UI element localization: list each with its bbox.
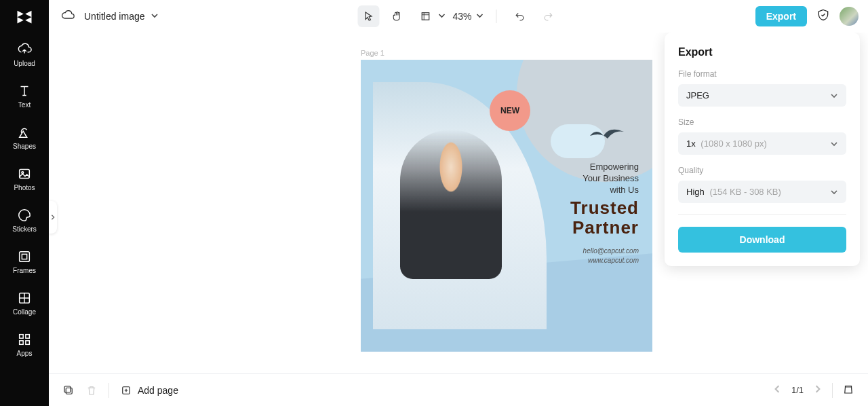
- shield-icon[interactable]: [816, 8, 830, 24]
- redo-button: [538, 5, 559, 27]
- resize-dropdown[interactable]: [414, 5, 446, 27]
- tagline-line: Empowering: [583, 162, 639, 173]
- sidebar-item-photos[interactable]: Photos: [0, 157, 49, 198]
- separator: [108, 383, 109, 398]
- chevron-down-icon: [830, 140, 838, 148]
- add-page-label: Add page: [138, 385, 178, 396]
- zoom-dropdown[interactable]: 43%: [452, 10, 484, 22]
- sidebar-label: Stickers: [12, 225, 37, 233]
- design-tagline: Empowering Your Business with Us: [583, 162, 639, 196]
- sidebar-label: Frames: [13, 267, 36, 274]
- separator: [496, 10, 497, 23]
- svg-rect-3: [22, 254, 26, 259]
- user-avatar[interactable]: [840, 7, 859, 26]
- resize-icon: [414, 5, 436, 27]
- contact-email: hello@capcut.com: [583, 246, 639, 256]
- cloud-sync-icon[interactable]: [61, 8, 75, 24]
- sidebar-item-frames[interactable]: Frames: [0, 240, 49, 281]
- quality-select[interactable]: High (154 KB - 308 KB): [678, 181, 846, 203]
- new-badge: NEW: [490, 90, 530, 131]
- sidebar-item-apps[interactable]: Apps: [0, 322, 49, 364]
- sidebar-label: Apps: [17, 350, 33, 357]
- size-value: 1x (1080 x 1080 px): [686, 139, 767, 149]
- svg-rect-7: [20, 341, 24, 345]
- prev-page-button: [772, 384, 782, 396]
- contact-website: www.capcut.com: [583, 256, 639, 265]
- left-sidebar: Upload Text Shapes Photos Stickers Frame…: [0, 0, 49, 406]
- size-label: Size: [678, 117, 846, 127]
- panel-expand-handle[interactable]: [49, 201, 57, 234]
- chevron-down-icon: [476, 10, 484, 22]
- size-select[interactable]: 1x (1080 x 1080 px): [678, 132, 846, 155]
- svg-rect-5: [20, 335, 24, 339]
- undo-button[interactable]: [509, 5, 531, 27]
- sidebar-label: Shapes: [13, 143, 36, 150]
- bird-icon: [589, 126, 629, 144]
- sidebar-label: Upload: [14, 60, 35, 67]
- headline-line: Partner: [570, 218, 639, 238]
- svg-rect-10: [66, 388, 72, 394]
- delete-page-button: [85, 384, 98, 396]
- svg-rect-8: [26, 341, 30, 345]
- download-button[interactable]: Download: [678, 227, 846, 253]
- svg-rect-2: [20, 252, 30, 262]
- sidebar-item-collage[interactable]: Collage: [0, 281, 49, 322]
- chevron-down-icon: [830, 188, 838, 196]
- design-headline: Trusted Partner: [570, 198, 639, 237]
- main-area: Untitled image 43%: [49, 0, 868, 406]
- svg-rect-6: [26, 335, 30, 339]
- export-button[interactable]: Export: [755, 6, 807, 26]
- project-title: Untitled image: [84, 11, 145, 22]
- quality-value: High (154 KB - 308 KB): [686, 187, 781, 197]
- sidebar-item-shapes[interactable]: Shapes: [0, 115, 49, 157]
- sidebar-label: Photos: [14, 184, 35, 191]
- headline-line: Trusted: [570, 198, 639, 218]
- sidebar-item-stickers[interactable]: Stickers: [0, 198, 49, 240]
- topbar-left: Untitled image: [61, 8, 159, 24]
- hand-tool[interactable]: [386, 5, 408, 27]
- project-title-dropdown[interactable]: Untitled image: [84, 10, 159, 22]
- sidebar-label: Text: [18, 101, 31, 109]
- tagline-line: with Us: [583, 185, 639, 196]
- export-panel: Export File format JPEG Size 1x (1080 x …: [665, 33, 860, 266]
- panel-divider: [678, 214, 846, 215]
- design-canvas[interactable]: NEW Empowering Your Business with Us Tru…: [361, 60, 652, 352]
- top-bar: Untitled image 43%: [49, 0, 868, 33]
- chevron-down-icon: [437, 10, 446, 22]
- duplicate-page-button[interactable]: [62, 384, 75, 396]
- canvas-area: Page 1 NEW Empowering Your Business with…: [49, 33, 868, 373]
- bottom-bar: Add page 1/1: [49, 373, 868, 406]
- format-value: JPEG: [686, 90, 709, 100]
- chevron-down-icon: [151, 10, 159, 22]
- topbar-center-tools: 43%: [357, 0, 559, 33]
- sidebar-item-text[interactable]: Text: [0, 74, 49, 115]
- svg-rect-11: [64, 386, 71, 392]
- chevron-down-icon: [830, 92, 838, 100]
- next-page-button: [813, 384, 823, 396]
- app-logo[interactable]: [0, 0, 49, 33]
- layers-button[interactable]: [842, 383, 854, 398]
- tagline-line: Your Business: [583, 173, 639, 185]
- design-contact: hello@capcut.com www.capcut.com: [583, 246, 639, 265]
- topbar-right: Export: [755, 6, 859, 26]
- separator: [832, 383, 833, 398]
- format-select[interactable]: JPEG: [678, 84, 846, 107]
- svg-rect-0: [20, 170, 30, 179]
- format-label: File format: [678, 69, 846, 79]
- sidebar-item-upload[interactable]: Upload: [0, 33, 49, 74]
- page-indicator: 1/1: [791, 385, 804, 395]
- page-label: Page 1: [361, 49, 384, 57]
- select-tool[interactable]: [357, 5, 379, 27]
- bottom-right: 1/1: [772, 383, 854, 398]
- export-panel-title: Export: [678, 46, 846, 58]
- quality-label: Quality: [678, 166, 846, 175]
- zoom-value: 43%: [452, 11, 471, 22]
- sidebar-label: Collage: [13, 308, 36, 316]
- add-page-button[interactable]: Add page: [120, 384, 178, 396]
- svg-rect-9: [422, 13, 429, 20]
